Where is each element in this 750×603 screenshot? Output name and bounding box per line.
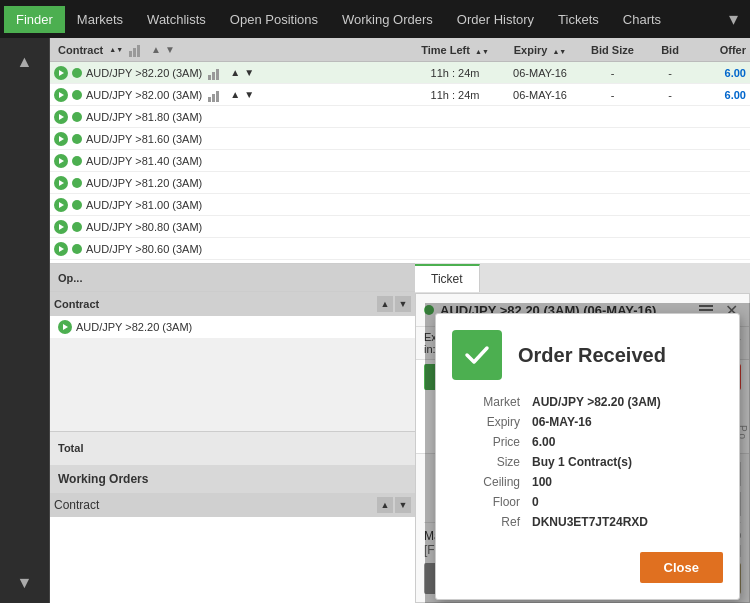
contract-entry[interactable]: AUD/JPY >82.20 (3AM) (50, 316, 415, 338)
contract-panel-title: Contract (54, 298, 99, 310)
status-dot (72, 244, 82, 254)
detail-value: Buy 1 Contract(s) (532, 455, 723, 469)
row-arrow-down[interactable]: ▼ (244, 67, 254, 78)
play-icon (54, 132, 68, 146)
row-arrow-up[interactable]: ▲ (230, 89, 240, 100)
table-row[interactable]: AUD/JPY >81.20 (3AM) (50, 172, 750, 194)
detail-label: Price (452, 435, 532, 449)
ticket-tab[interactable]: Ticket (415, 264, 480, 292)
panel-arrow-up[interactable]: ▲ (377, 296, 393, 312)
play-icon (54, 198, 68, 212)
col-arrow-down[interactable]: ▼ (165, 44, 175, 55)
working-orders-contract-header: Contract ▲ ▼ (50, 493, 415, 517)
nav-tickets[interactable]: Tickets (546, 6, 611, 33)
checkmark-icon (462, 340, 492, 370)
order-detail-row: Market AUD/JPY >82.20 (3AM) (452, 392, 723, 412)
table-row[interactable]: AUD/JPY >81.60 (3AM) (50, 128, 750, 150)
left-sidebar: ▲ ▼ (0, 38, 50, 603)
table-row[interactable]: AUD/JPY >81.40 (3AM) (50, 150, 750, 172)
nav-dropdown-icon[interactable]: ▾ (721, 8, 746, 30)
status-dot (72, 222, 82, 232)
nav-markets[interactable]: Markets (65, 6, 135, 33)
status-dot (72, 90, 82, 100)
contract-name: AUD/JPY >82.00 (3AM) (86, 89, 202, 101)
working-orders-header: Working Orders (50, 465, 415, 493)
order-close-button[interactable]: Close (640, 552, 723, 583)
detail-value: 06-MAY-16 (532, 415, 723, 429)
table-row[interactable]: AUD/JPY >82.00 (3AM) ▲ ▼ 11h : 24m 06-MA… (50, 84, 750, 106)
col-header-bid[interactable]: Bid (645, 44, 695, 56)
order-detail-row: Size Buy 1 Contract(s) (452, 452, 723, 472)
col-header-offer[interactable]: Offer (695, 44, 750, 56)
order-received-title: Order Received (518, 344, 666, 367)
col-header-contract[interactable]: Contract ▲▼ ▲ ▼ (50, 43, 410, 57)
order-detail-row: Expiry 06-MAY-16 (452, 412, 723, 432)
nav-charts[interactable]: Charts (611, 6, 673, 33)
detail-value: 0 (532, 495, 723, 509)
col-header-timeleft[interactable]: Time Left ▲▼ (410, 44, 500, 56)
row-offer[interactable]: 6.00 (695, 67, 750, 79)
contract-panel-header: Contract ▲ ▼ (50, 292, 415, 316)
table-rows: AUD/JPY >82.20 (3AM) ▲ ▼ 11h : 24m 06-MA… (50, 62, 750, 260)
status-dot (72, 112, 82, 122)
row-contract: AUD/JPY >81.80 (3AM) (50, 110, 410, 124)
nav-watchlists[interactable]: Watchlists (135, 6, 218, 33)
checkmark-circle (452, 330, 502, 380)
timeleft-sort-icon[interactable]: ▲▼ (475, 48, 489, 55)
order-detail-row: Floor 0 (452, 492, 723, 512)
col-arrow-up[interactable]: ▲ (151, 44, 161, 55)
expiry-sort-icon[interactable]: ▲▼ (552, 48, 566, 55)
table-row[interactable]: AUD/JPY >80.60 (3AM) (50, 238, 750, 260)
total-label: Total (58, 442, 83, 454)
play-icon (54, 220, 68, 234)
row-timeleft: 11h : 24m (410, 67, 500, 79)
play-icon (54, 110, 68, 124)
content-area: Contract ▲▼ ▲ ▼ Time Left ▲▼ Expiry ▲▼ (50, 38, 750, 603)
row-arrow-up[interactable]: ▲ (230, 67, 240, 78)
nav-order-history[interactable]: Order History (445, 6, 546, 33)
detail-value: 6.00 (532, 435, 723, 449)
contract-sort-icon[interactable]: ▲▼ (109, 46, 123, 53)
row-contract: AUD/JPY >81.20 (3AM) (50, 176, 410, 190)
play-icon (54, 88, 68, 102)
detail-value: DKNU3ET7JT24RXD (532, 515, 723, 529)
nav-working-orders[interactable]: Working Orders (330, 6, 445, 33)
order-received-dialog: Order Received Market AUD/JPY >82.20 (3A… (435, 313, 740, 600)
wo-arrow-up[interactable]: ▲ (377, 497, 393, 513)
row-offer[interactable]: 6.00 (695, 89, 750, 101)
row-bidsize: - (580, 67, 645, 79)
play-icon (54, 154, 68, 168)
table-row[interactable]: AUD/JPY >80.80 (3AM) (50, 216, 750, 238)
left-panels: Op... Contract ▲ ▼ AUD/JPY >82.20 (3A (50, 263, 415, 603)
order-details: Market AUD/JPY >82.20 (3AM) Expiry 06-MA… (436, 392, 739, 544)
ticket-tab-bar: Ticket (415, 263, 750, 293)
chart-icon (208, 88, 224, 102)
sidebar-scroll-up[interactable]: ▲ (7, 44, 43, 80)
row-bid: - (645, 89, 695, 101)
table-row[interactable]: AUD/JPY >82.20 (3AM) ▲ ▼ 11h : 24m 06-MA… (50, 62, 750, 84)
detail-label: Ref (452, 515, 532, 529)
nav-finder[interactable]: Finder (4, 6, 65, 33)
working-orders-contract-label: Contract (54, 498, 99, 512)
contract-entry-text: AUD/JPY >82.20 (3AM) (76, 321, 192, 333)
wo-arrow-down[interactable]: ▼ (395, 497, 411, 513)
table-header-row: Contract ▲▼ ▲ ▼ Time Left ▲▼ Expiry ▲▼ (50, 38, 750, 62)
status-dot (72, 156, 82, 166)
total-panel: Total (50, 431, 415, 465)
working-orders-panel: Working Orders Contract ▲ ▼ (50, 465, 415, 604)
col-header-expiry[interactable]: Expiry ▲▼ (500, 44, 580, 56)
row-contract: AUD/JPY >82.00 (3AM) ▲ ▼ (50, 88, 410, 102)
table-row[interactable]: AUD/JPY >81.80 (3AM) (50, 106, 750, 128)
order-received-overlay: Order Received Market AUD/JPY >82.20 (3A… (425, 303, 750, 603)
sidebar-scroll-down[interactable]: ▼ (7, 565, 43, 601)
table-row[interactable]: AUD/JPY >81.00 (3AM) (50, 194, 750, 216)
detail-label: Size (452, 455, 532, 469)
row-expiry: 06-MAY-16 (500, 89, 580, 101)
contract-name: AUD/JPY >81.60 (3AM) (86, 133, 202, 145)
row-arrow-down[interactable]: ▼ (244, 89, 254, 100)
nav-open-positions[interactable]: Open Positions (218, 6, 330, 33)
contract-panel-arrows: ▲ ▼ (377, 296, 411, 312)
panel-arrow-down[interactable]: ▼ (395, 296, 411, 312)
col-header-bidsize[interactable]: Bid Size (580, 44, 645, 56)
detail-label: Expiry (452, 415, 532, 429)
